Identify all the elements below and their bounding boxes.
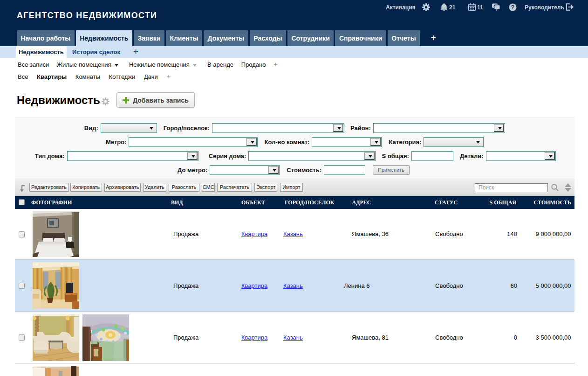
svg-text:?: ? [511, 4, 515, 11]
